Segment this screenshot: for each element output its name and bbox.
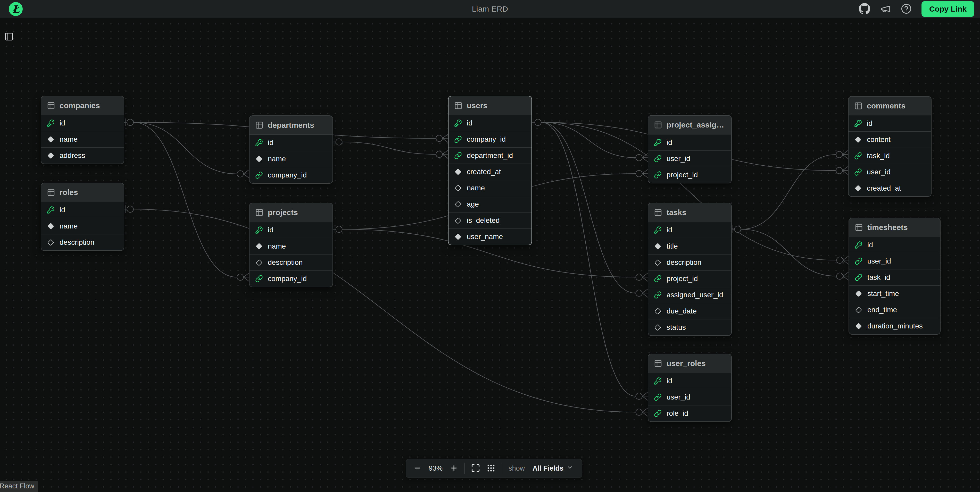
column-row-tasks-project_id[interactable]: project_id bbox=[648, 270, 731, 287]
edge-companies.id-to-departments.company_id bbox=[134, 122, 237, 174]
column-row-timesheets-user_id[interactable]: user_id bbox=[849, 253, 940, 269]
fit-view-button[interactable] bbox=[471, 463, 480, 473]
column-row-projects-description[interactable]: description bbox=[250, 254, 332, 270]
column-row-project_assignments-id[interactable]: id bbox=[648, 135, 731, 151]
help-button[interactable] bbox=[901, 3, 912, 15]
column-row-tasks-assigned_user_id[interactable]: assigned_user_id bbox=[648, 287, 731, 303]
column-name: project_id bbox=[667, 275, 698, 283]
column-row-users-age[interactable]: age bbox=[449, 196, 531, 212]
column-row-tasks-due_date[interactable]: due_date bbox=[648, 303, 731, 319]
column-name: task_id bbox=[867, 152, 890, 160]
not-null-diamond-icon bbox=[454, 170, 462, 174]
table-title: users bbox=[467, 101, 487, 110]
zoom-out-icon bbox=[413, 464, 422, 473]
column-name: created_at bbox=[467, 168, 501, 176]
column-row-departments-name[interactable]: name bbox=[250, 151, 332, 167]
column-row-timesheets-id[interactable]: id bbox=[849, 237, 940, 253]
edge-departments.id-to-users.department_id bbox=[342, 142, 436, 154]
table-projects[interactable]: projectsidnamedescriptioncompany_id bbox=[249, 203, 333, 287]
column-name: id bbox=[60, 119, 65, 127]
column-row-comments-task_id[interactable]: task_id bbox=[848, 148, 931, 164]
table-title: comments bbox=[867, 102, 905, 110]
table-tasks[interactable]: tasksidtitledescriptionproject_idassigne… bbox=[648, 203, 732, 336]
column-row-user_roles-role_id[interactable]: role_id bbox=[648, 405, 731, 421]
column-row-companies-name[interactable]: name bbox=[41, 131, 124, 148]
column-row-projects-id[interactable]: id bbox=[250, 222, 332, 238]
primary-key-icon bbox=[47, 206, 55, 214]
foreign-key-link-icon bbox=[855, 273, 862, 281]
column-row-timesheets-end_time[interactable]: end_time bbox=[849, 302, 940, 318]
column-row-tasks-id[interactable]: id bbox=[648, 222, 731, 238]
column-row-user_roles-user_id[interactable]: user_id bbox=[648, 389, 731, 405]
column-row-comments-id[interactable]: id bbox=[848, 116, 931, 132]
column-row-departments-id[interactable]: id bbox=[250, 135, 332, 151]
not-null-diamond-icon bbox=[47, 224, 55, 229]
table-icon bbox=[454, 102, 463, 110]
column-row-project_assignments-user_id[interactable]: user_id bbox=[648, 151, 731, 167]
column-row-tasks-status[interactable]: status bbox=[648, 319, 731, 335]
github-button[interactable] bbox=[859, 3, 870, 16]
zoom-out-button[interactable] bbox=[413, 464, 422, 473]
react-flow-attribution[interactable]: React Flow bbox=[0, 481, 38, 492]
table-users[interactable]: usersidcompany_iddepartment_idcreated_at… bbox=[448, 96, 532, 245]
column-row-project_assignments-project_id[interactable]: project_id bbox=[648, 167, 731, 183]
column-row-comments-user_id[interactable]: user_id bbox=[848, 164, 931, 180]
column-row-users-user_name[interactable]: user_name bbox=[449, 229, 531, 245]
column-row-departments-company_id[interactable]: company_id bbox=[250, 167, 332, 183]
column-row-timesheets-start_time[interactable]: start_time bbox=[849, 286, 940, 302]
column-row-companies-address[interactable]: address bbox=[41, 148, 124, 163]
column-name: name bbox=[467, 184, 485, 192]
column-row-tasks-description[interactable]: description bbox=[648, 254, 731, 270]
column-row-roles-id[interactable]: id bbox=[41, 202, 124, 218]
table-icon bbox=[854, 102, 862, 110]
column-name: id bbox=[667, 377, 672, 385]
table-project_assignments[interactable]: project_assignme...iduser_idproject_id bbox=[648, 115, 732, 183]
table-comments[interactable]: commentsidcontenttask_iduser_idcreated_a… bbox=[848, 96, 932, 197]
table-companies[interactable]: companiesidnameaddress bbox=[41, 96, 124, 164]
fields-filter-dropdown[interactable]: All Fields bbox=[531, 464, 575, 473]
zoom-toolbar: 93% show All Fields bbox=[406, 459, 582, 478]
column-row-companies-id[interactable]: id bbox=[41, 115, 124, 131]
foreign-key-link-icon bbox=[654, 275, 662, 283]
primary-key-icon bbox=[854, 119, 862, 127]
column-row-projects-company_id[interactable]: company_id bbox=[250, 270, 332, 287]
column-name: title bbox=[667, 242, 678, 251]
column-row-projects-name[interactable]: name bbox=[250, 238, 332, 254]
tidy-up-button[interactable] bbox=[487, 463, 496, 473]
column-row-timesheets-task_id[interactable]: task_id bbox=[849, 269, 940, 286]
column-row-users-is_deleted[interactable]: is_deleted bbox=[449, 212, 531, 229]
table-user_roles[interactable]: user_rolesiduser_idrole_id bbox=[648, 354, 732, 422]
column-name: end_time bbox=[867, 306, 897, 314]
column-row-users-created_at[interactable]: created_at bbox=[449, 163, 531, 180]
sidebar-toggle-button[interactable] bbox=[4, 32, 14, 42]
column-row-users-company_id[interactable]: company_id bbox=[449, 131, 531, 148]
primary-key-icon bbox=[454, 119, 462, 127]
column-row-users-id[interactable]: id bbox=[449, 115, 531, 131]
table-timesheets[interactable]: timesheetsiduser_idtask_idstart_timeend_… bbox=[848, 217, 940, 335]
column-row-tasks-title[interactable]: title bbox=[648, 238, 731, 254]
zoom-in-button[interactable] bbox=[450, 464, 458, 473]
column-row-roles-description[interactable]: description bbox=[41, 234, 124, 251]
column-row-user_roles-id[interactable]: id bbox=[648, 373, 731, 389]
table-roles[interactable]: rolesidnamedescription bbox=[41, 183, 124, 251]
cardinality-marker-one bbox=[123, 205, 134, 213]
app-header: Ł Liam ERD Copy Link bbox=[0, 0, 980, 18]
column-row-comments-content[interactable]: content bbox=[848, 132, 931, 148]
edge-tasks.id-to-comments.task_id bbox=[741, 154, 836, 229]
table-icon bbox=[47, 188, 55, 197]
column-name: id bbox=[867, 119, 872, 127]
foreign-key-link-icon bbox=[654, 409, 662, 417]
table-departments[interactable]: departmentsidnamecompany_id bbox=[249, 116, 333, 184]
nullable-diamond-icon bbox=[255, 260, 263, 265]
column-row-users-department_id[interactable]: department_id bbox=[449, 148, 531, 163]
liam-logo[interactable]: Ł bbox=[9, 2, 23, 16]
column-row-timesheets-duration_minutes[interactable]: duration_minutes bbox=[849, 318, 940, 334]
column-row-comments-created_at[interactable]: created_at bbox=[848, 180, 931, 196]
table-icon bbox=[654, 121, 662, 129]
column-row-roles-name[interactable]: name bbox=[41, 218, 124, 234]
column-name: user_id bbox=[667, 154, 690, 163]
announcements-button[interactable] bbox=[880, 3, 891, 15]
not-null-diamond-icon bbox=[854, 186, 862, 190]
copy-link-button[interactable]: Copy Link bbox=[921, 1, 974, 17]
column-row-users-name[interactable]: name bbox=[449, 180, 531, 196]
